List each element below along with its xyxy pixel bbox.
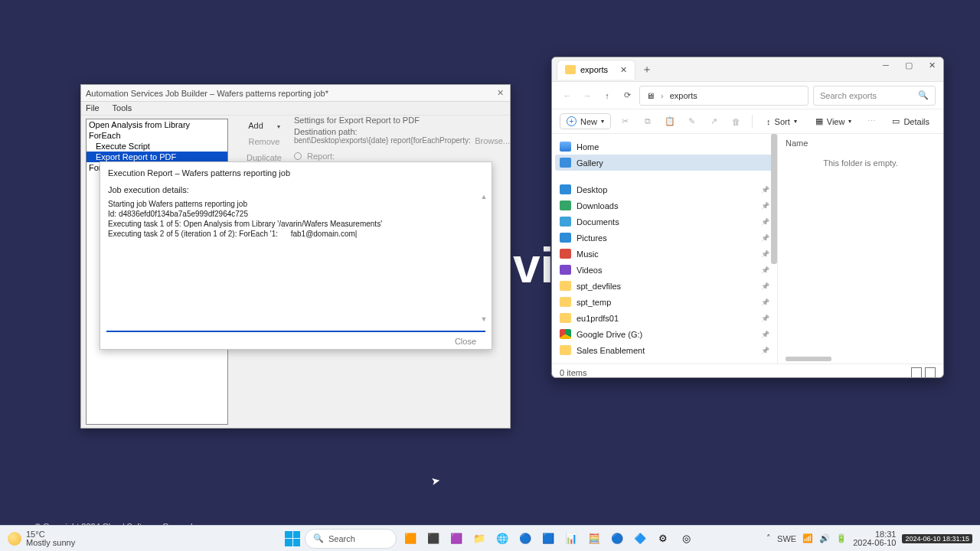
horizontal-scrollbar[interactable] — [786, 357, 831, 361]
weather-temp: 15°C — [26, 530, 75, 539]
taskbar-app-icon[interactable]: 🔵 — [608, 530, 626, 548]
scrollbar[interactable]: ▲ ▼ — [479, 193, 488, 329]
nav-item[interactable]: Home — [555, 139, 774, 155]
file-explorer-icon[interactable]: 📁 — [470, 530, 488, 548]
nav-item[interactable]: Documents — [555, 214, 774, 230]
close-tab-icon[interactable]: ✕ — [620, 65, 627, 75]
task-item[interactable]: ForEach — [87, 130, 227, 141]
folder-icon — [560, 297, 571, 307]
taskbar-app-icon[interactable]: 🧮 — [585, 530, 603, 548]
nav-item[interactable]: spt_temp — [555, 294, 774, 310]
nav-item[interactable]: Sales Enablement — [555, 342, 774, 358]
chevron-up-icon[interactable]: ˄ — [766, 533, 771, 543]
language-indicator[interactable]: SWE — [777, 534, 796, 543]
remove-button[interactable]: Remove — [234, 135, 294, 148]
copy-icon[interactable]: ⧉ — [639, 113, 655, 130]
search-input[interactable]: Search exports 🔍 — [813, 86, 936, 106]
taskbar-app-icon[interactable]: 🔷 — [631, 530, 649, 548]
weather-widget[interactable]: 15°C Mostly sunny — [8, 530, 75, 547]
breadcrumb-item[interactable]: exports — [670, 91, 697, 100]
execution-log[interactable]: Starting job Wafers patterns reporting j… — [108, 199, 484, 239]
scroll-up-icon[interactable]: ▲ — [479, 193, 488, 201]
nav-item[interactable]: Music — [555, 246, 774, 262]
paste-icon[interactable]: 📋 — [662, 113, 678, 130]
scrollbar[interactable] — [771, 134, 777, 264]
folder-icon — [560, 265, 571, 275]
browse-button[interactable]: Browse... — [475, 136, 510, 145]
navigation-pane[interactable]: HomeGalleryDesktopDownloadsDocumentsPict… — [552, 134, 778, 364]
report-radio[interactable] — [294, 152, 302, 160]
minimize-icon[interactable]: ─ — [879, 60, 893, 70]
content-pane[interactable]: Name This folder is empty. — [778, 134, 943, 364]
close-icon[interactable]: ✕ — [925, 60, 939, 70]
close-icon[interactable]: ✕ — [493, 86, 507, 100]
maximize-icon[interactable]: ▢ — [902, 60, 916, 70]
rename-icon[interactable]: ✎ — [684, 113, 700, 130]
taskbar-app-icon[interactable]: 📊 — [562, 530, 580, 548]
task-item[interactable]: Execute Script — [87, 141, 227, 152]
volume-icon[interactable]: 🔊 — [819, 533, 830, 543]
add-button[interactable]: Add — [234, 119, 294, 132]
nav-item-label: Gallery — [577, 158, 603, 168]
tab-strip: exports ✕ ＋ ─ ▢ ✕ — [552, 57, 943, 82]
taskbar: 15°C Mostly sunny 🔍 Search 🟧 ⬛ 🟪 📁 🌐 🔵 🟦… — [0, 525, 980, 551]
clock[interactable]: 18:31 2024-06-10 — [853, 530, 896, 547]
task-item-selected[interactable]: Export Report to PDF — [87, 152, 227, 162]
back-icon[interactable]: ← — [560, 88, 575, 103]
delete-icon[interactable]: 🗑 — [728, 113, 744, 130]
nav-item[interactable]: spt_devfiles — [555, 278, 774, 294]
nav-item[interactable]: Pictures — [555, 230, 774, 246]
tab-exports[interactable]: exports ✕ — [557, 60, 635, 80]
chevron-down-icon: ▾ — [601, 118, 604, 125]
destination-path[interactable]: bent\Desktop\exports\{date} report{forEa… — [294, 136, 470, 145]
chrome-icon[interactable]: 🔵 — [516, 530, 534, 548]
battery-icon[interactable]: 🔋 — [836, 533, 847, 543]
folder-icon — [560, 217, 571, 227]
settings-icon[interactable]: ⚙ — [654, 530, 672, 548]
job-builder-titlebar[interactable]: Automation Services Job Builder – Wafers… — [81, 85, 510, 102]
details-view-icon[interactable] — [925, 367, 936, 378]
monitor-icon: 🖥 — [646, 91, 655, 100]
cut-icon[interactable]: ✂ — [617, 113, 633, 130]
taskbar-app-icon[interactable]: ⬛ — [424, 530, 443, 548]
chevron-down-icon: ▾ — [848, 118, 851, 125]
new-tab-button[interactable]: ＋ — [642, 63, 652, 77]
sort-button[interactable]: ↕ Sort ▾ — [760, 115, 803, 129]
column-header-name[interactable]: Name — [786, 139, 936, 148]
edge-icon[interactable]: 🌐 — [493, 530, 511, 548]
refresh-icon[interactable]: ⟳ — [619, 88, 635, 103]
folder-icon — [560, 249, 571, 259]
execution-report-dialog: Execution Report – Wafers patterns repor… — [100, 161, 492, 350]
new-button[interactable]: + New ▾ — [560, 113, 611, 129]
wifi-icon[interactable]: 📶 — [802, 533, 813, 543]
nav-item[interactable]: Desktop — [555, 181, 774, 197]
nav-item[interactable]: Gallery — [555, 155, 774, 171]
details-button[interactable]: ▭ Details — [886, 114, 936, 129]
task-item[interactable]: Open Analysis from Library — [87, 119, 227, 130]
menu-tools[interactable]: Tools — [113, 103, 132, 112]
taskbar-search[interactable]: 🔍 Search — [305, 529, 397, 549]
start-button[interactable] — [285, 531, 300, 546]
share-icon[interactable]: ↗ — [706, 113, 722, 130]
menu-file[interactable]: File — [86, 103, 100, 112]
nav-item[interactable]: Downloads — [555, 197, 774, 214]
nav-item[interactable]: Google Drive (G:) — [555, 326, 774, 342]
nav-item[interactable]: eu1prdfs01 — [555, 310, 774, 326]
taskbar-app-icon[interactable]: ◎ — [677, 530, 695, 548]
more-icon[interactable]: ⋯ — [864, 113, 880, 130]
view-button[interactable]: ▦ View ▾ — [809, 114, 858, 129]
sun-icon — [8, 532, 21, 546]
list-view-icon[interactable] — [911, 367, 922, 378]
nav-item[interactable]: Videos — [555, 262, 774, 278]
up-icon[interactable]: ↑ — [599, 88, 615, 103]
folder-icon — [560, 281, 571, 291]
scroll-down-icon[interactable]: ▼ — [479, 315, 488, 323]
taskbar-app-icon[interactable]: 🟧 — [401, 530, 420, 548]
system-tray[interactable]: ˄ SWE 📶 🔊 🔋 18:31 2024-06-10 2024-06-10 … — [766, 530, 972, 547]
close-button[interactable]: Close — [455, 337, 476, 346]
taskbar-app-icon[interactable]: 🟦 — [539, 530, 557, 548]
execution-report-subtitle: Job execution details: — [108, 185, 484, 194]
breadcrumb[interactable]: 🖥 › exports — [639, 86, 808, 106]
forward-icon[interactable]: → — [580, 88, 595, 103]
taskbar-app-icon[interactable]: 🟪 — [447, 530, 466, 548]
